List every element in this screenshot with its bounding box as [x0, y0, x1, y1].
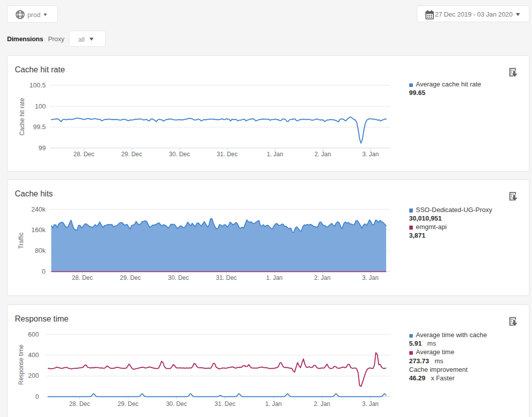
svg-text:31. Dec: 31. Dec: [216, 274, 236, 281]
svg-text:2. Jan: 2. Jan: [313, 400, 330, 407]
svg-text:400: 400: [28, 351, 39, 359]
svg-text:28. Dec: 28. Dec: [73, 151, 94, 158]
svg-text:3. Jan: 3. Jan: [362, 400, 379, 407]
svg-text:0: 0: [35, 393, 39, 400]
svg-text:1. Jan: 1. Jan: [266, 274, 283, 281]
svg-text:80k: 80k: [35, 247, 45, 254]
svg-text:1. Jan: 1. Jan: [265, 400, 282, 407]
svg-text:1. Jan: 1. Jan: [267, 151, 283, 158]
svg-text:29. Dec: 29. Dec: [118, 400, 138, 407]
svg-text:30. Dec: 30. Dec: [169, 151, 190, 158]
svg-text:100: 100: [35, 102, 46, 110]
svg-text:31. Dec: 31. Dec: [214, 400, 235, 407]
svg-text:600: 600: [28, 331, 39, 338]
svg-text:0: 0: [42, 268, 45, 275]
svg-text:2. Jan: 2. Jan: [314, 274, 330, 281]
svg-text:240k: 240k: [31, 205, 46, 213]
svg-text:28. Dec: 28. Dec: [72, 274, 93, 281]
svg-text:160k: 160k: [31, 226, 46, 234]
svg-text:Traffic: Traffic: [17, 233, 24, 249]
svg-text:Response time: Response time: [18, 345, 25, 385]
svg-text:3. Jan: 3. Jan: [362, 151, 379, 158]
svg-text:28. Dec: 28. Dec: [69, 400, 90, 407]
svg-text:2. Jan: 2. Jan: [314, 151, 331, 158]
svg-text:3. Jan: 3. Jan: [362, 274, 379, 281]
svg-text:Cache hit rate: Cache hit rate: [18, 97, 25, 135]
svg-text:30. Dec: 30. Dec: [166, 400, 187, 407]
svg-text:99.5: 99.5: [33, 123, 45, 131]
svg-text:30. Dec: 30. Dec: [168, 274, 189, 281]
svg-text:29. Dec: 29. Dec: [121, 151, 142, 158]
svg-text:200: 200: [28, 372, 39, 379]
svg-text:29. Dec: 29. Dec: [120, 274, 140, 281]
svg-text:99: 99: [38, 144, 45, 151]
svg-text:31. Dec: 31. Dec: [217, 151, 237, 158]
svg-text:100.5: 100.5: [29, 81, 46, 88]
